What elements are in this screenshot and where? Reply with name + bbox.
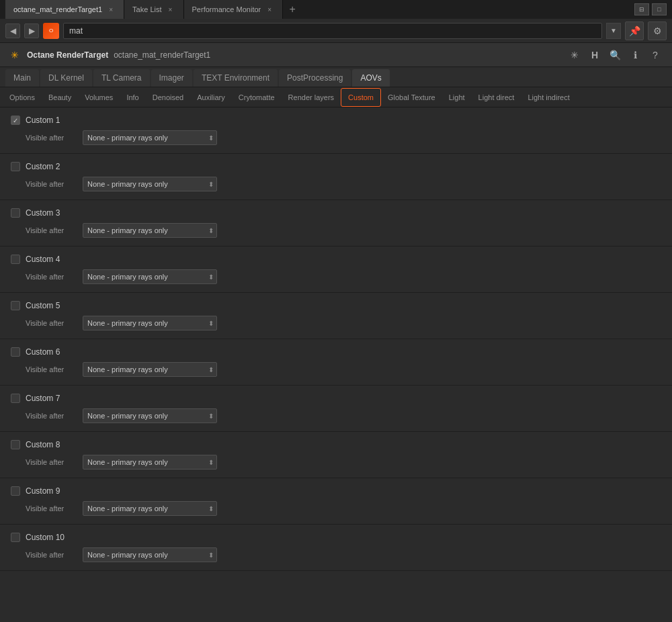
custom-checkbox-7[interactable] [11,394,20,403]
title-bar: octane_mat_renderTarget1 × Take List × P… [0,0,672,19]
visible-after-select-5[interactable]: None - primary rays onlyAll raysDirect l… [83,316,217,330]
visible-after-label-9: Visible after [26,504,76,513]
tab-dlkernel[interactable]: DL Kernel [40,69,92,87]
panel-header-icons: ✳ H 🔍 ℹ ? [566,46,664,64]
custom-checkbox-1[interactable] [11,116,20,125]
visible-after-label-6: Visible after [26,365,76,373]
custom-label-6: Custom 6 [26,347,60,357]
tab-rendertarget-close[interactable]: × [106,5,116,14]
custom-section-5: Custom 5Visible afterNone - primary rays… [0,293,672,339]
tab-rendertarget[interactable]: octane_mat_renderTarget1 × [5,0,124,19]
address-dropdown[interactable]: ▼ [606,23,621,39]
tab-perfmonitor-label: Performance Monitor [192,5,261,13]
custom-checkbox-3[interactable] [11,208,20,218]
visible-after-row-6: Visible afterNone - primary rays onlyAll… [26,362,661,377]
tab-rendertarget-label: octane_mat_renderTarget1 [13,5,102,13]
snowflake-icon-button[interactable]: ✳ [566,46,583,64]
subtab-options[interactable]: Options [3,88,42,107]
settings-button[interactable]: ⚙ [648,21,667,40]
visible-after-select-7[interactable]: None - primary rays onlyAll raysDirect l… [83,408,217,423]
panel-header: ✳ Octane RenderTarget octane_mat_renderT… [0,43,672,67]
visible-after-select-4[interactable]: None - primary rays onlyAll raysDirect l… [83,269,217,284]
custom-header-7: Custom 7 [11,394,661,403]
tab-postprocessing[interactable]: PostProcessing [279,69,351,87]
subtab-beauty[interactable]: Beauty [42,88,78,107]
custom-header-5: Custom 5 [11,301,661,310]
custom-checkbox-9[interactable] [11,486,20,496]
subtab-crytomatte[interactable]: Crytomatte [232,88,282,107]
tab-perfmonitor-close[interactable]: × [265,5,274,14]
visible-after-row-10: Visible afterNone - primary rays onlyAll… [26,547,661,562]
visible-after-select-2[interactable]: None - primary rays onlyAll raysDirect l… [83,177,217,191]
visible-after-label-8: Visible after [26,458,76,466]
subtab-custom[interactable]: Custom [341,88,381,107]
custom-label-7: Custom 7 [26,394,60,403]
subtab-renderlayers[interactable]: Render layers [282,88,341,107]
window-restore-button[interactable]: ⊟ [634,3,649,15]
visible-after-select-10[interactable]: None - primary rays onlyAll raysDirect l… [83,547,217,562]
info-icon-button[interactable]: ℹ [626,46,644,64]
custom-checkbox-5[interactable] [11,301,20,310]
visible-after-row-2: Visible afterNone - primary rays onlyAll… [26,177,661,191]
subtab-auxiliary[interactable]: Auxiliary [190,88,232,107]
app-icon: O [43,23,59,39]
visible-after-select-8[interactable]: None - primary rays onlyAll raysDirect l… [83,455,217,470]
help-icon-button[interactable]: ? [646,46,664,64]
subtab-volumes[interactable]: Volumes [78,88,120,107]
custom-header-10: Custom 10 [11,533,661,542]
visible-after-row-9: Visible afterNone - primary rays onlyAll… [26,501,661,516]
visible-after-select-6[interactable]: None - primary rays onlyAll raysDirect l… [83,362,217,377]
tab-add-button[interactable]: + [283,0,302,19]
custom-checkbox-4[interactable] [11,255,20,264]
sub-tabs: Options Beauty Volumes Info Denoised Aux… [0,87,672,107]
custom-checkbox-8[interactable] [11,440,20,449]
subtab-info[interactable]: Info [120,88,145,107]
pin-button[interactable]: 📌 [625,21,644,40]
subtab-denoised[interactable]: Denoised [146,88,190,107]
back-button[interactable]: ◀ [5,24,20,38]
subtab-globaltexture[interactable]: Global Texture [381,88,442,107]
custom-label-9: Custom 9 [26,486,60,496]
tab-perfmonitor[interactable]: Performance Monitor × [184,0,284,19]
custom-label-4: Custom 4 [26,255,60,264]
forward-button[interactable]: ▶ [24,24,39,38]
visible-after-select-3[interactable]: None - primary rays onlyAll raysDirect l… [83,223,217,238]
tab-takelist[interactable]: Take List × [124,0,183,19]
custom-section-7: Custom 7Visible afterNone - primary rays… [0,386,672,432]
search-icon-button[interactable]: 🔍 [606,46,624,64]
tab-main[interactable]: Main [5,69,39,87]
custom-header-4: Custom 4 [11,255,661,264]
tab-textenvironment[interactable]: TEXT Environment [194,69,278,87]
subtab-light[interactable]: Light [442,88,472,107]
visible-after-select-1[interactable]: None - primary rays onlyAll raysDirect l… [83,130,217,145]
window-maximize-button[interactable]: □ [652,3,667,15]
custom-label-2: Custom 2 [26,162,60,171]
custom-header-9: Custom 9 [11,486,661,496]
custom-checkbox-10[interactable] [11,533,20,542]
h-icon-button[interactable]: H [586,46,603,64]
tab-aovs[interactable]: AOVs [352,69,389,87]
custom-label-8: Custom 8 [26,440,60,449]
custom-header-8: Custom 8 [11,440,661,449]
tab-tlcamera[interactable]: TL Camera [93,69,150,87]
subtab-lightdirect[interactable]: Light direct [472,88,521,107]
visible-after-label-10: Visible after [26,551,76,559]
custom-section-4: Custom 4Visible afterNone - primary rays… [0,247,672,293]
visible-after-row-7: Visible afterNone - primary rays onlyAll… [26,408,661,423]
custom-section-8: Custom 8Visible afterNone - primary rays… [0,432,672,478]
panel-path: octane_mat_renderTarget1 [114,50,210,60]
visible-after-row-5: Visible afterNone - primary rays onlyAll… [26,316,661,330]
visible-after-label-2: Visible after [26,180,76,188]
visible-after-select-9[interactable]: None - primary rays onlyAll raysDirect l… [83,501,217,516]
address-input[interactable] [63,23,602,39]
visible-after-row-4: Visible afterNone - primary rays onlyAll… [26,269,661,284]
tab-takelist-close[interactable]: × [166,5,175,14]
custom-header-6: Custom 6 [11,347,661,357]
main-tabs: Main DL Kernel TL Camera Imager TEXT Env… [0,67,672,87]
tab-imager[interactable]: Imager [151,69,192,87]
custom-checkbox-6[interactable] [11,347,20,357]
custom-section-9: Custom 9Visible afterNone - primary rays… [0,478,672,525]
subtab-lightindirect[interactable]: Light indirect [521,88,576,107]
custom-checkbox-2[interactable] [11,162,20,171]
custom-label-3: Custom 3 [26,208,60,218]
